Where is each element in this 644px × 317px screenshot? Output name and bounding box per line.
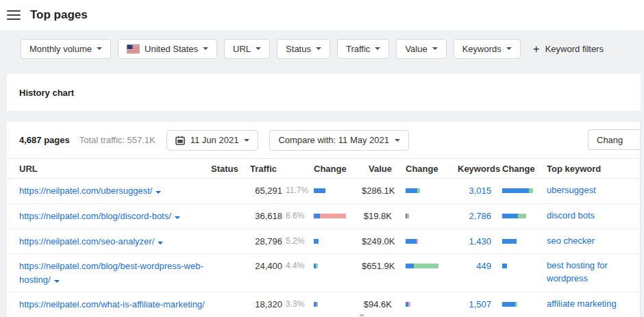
hamburger-menu-icon[interactable]: [7, 10, 21, 20]
top-keyword-link[interactable]: seo checker: [544, 235, 640, 248]
filter-monthly-volume[interactable]: Monthly volume: [21, 39, 111, 59]
chevron-down-icon: [158, 242, 163, 244]
column-header-status[interactable]: Status: [211, 164, 237, 174]
keywords-count-link[interactable]: 1,430: [458, 235, 495, 249]
chevron-down-icon: [316, 47, 321, 50]
chevron-down-icon: [97, 47, 102, 50]
value-change-bar: [396, 184, 458, 193]
top-keyword-link[interactable]: ubersuggest: [544, 184, 640, 197]
table-body: https://neilpatel.com/ubersuggest/ 65,29…: [7, 179, 640, 317]
changes-button[interactable]: Chang: [588, 129, 641, 150]
filter-traffic[interactable]: Traffic: [337, 39, 389, 59]
value-cell: $249.0K: [362, 235, 396, 249]
chevron-down-icon: [506, 47, 512, 50]
traffic-percent: 11.7%: [282, 184, 312, 198]
history-chart-card: History chart: [7, 74, 641, 111]
column-header-value[interactable]: Value: [362, 164, 396, 174]
column-header-value-change[interactable]: Change: [396, 164, 458, 174]
traffic-change-bar: [312, 259, 362, 268]
table-row: https://neilpatel.com/seo-analyzer/ 28,7…: [7, 229, 640, 255]
history-chart-title: History chart: [19, 88, 74, 98]
add-keyword-filters-button[interactable]: +Keyword filters: [533, 43, 604, 55]
table-header-row: URL Status Traffic Change Value Change K…: [7, 158, 640, 179]
column-header-traffic-change[interactable]: Change: [312, 164, 362, 174]
app-window: Top pages Monthly volumeUnited StatesURL…: [0, 0, 644, 317]
traffic-change-bar: [312, 235, 362, 244]
column-header-traffic[interactable]: Traffic: [237, 164, 312, 174]
keywords-count-link[interactable]: 1,507: [458, 298, 495, 312]
chevron-down-icon: [54, 280, 60, 283]
page-title: Top pages: [30, 8, 88, 22]
chevron-down-icon: [175, 216, 180, 219]
filter-label: Keywords: [462, 44, 501, 54]
keywords-change-bar: [495, 184, 544, 193]
us-flag-icon: [127, 45, 140, 53]
filter-label: Status: [286, 44, 311, 54]
traffic-percent: 4.4%: [282, 259, 312, 273]
filter-united-states[interactable]: United States: [118, 39, 217, 59]
column-header-keywords[interactable]: Keywords: [458, 164, 495, 174]
traffic-change-bar: [312, 298, 362, 307]
filter-value[interactable]: Value: [396, 39, 446, 59]
column-header-keywords-change[interactable]: Change: [495, 164, 544, 174]
table-row: https://neilpatel.com/what-is-affiliate-…: [7, 292, 640, 317]
results-toolbar: 4,687 pages Total traffic: 557.1K 11 Jun…: [7, 122, 640, 158]
plus-icon: +: [533, 43, 540, 55]
filter-label: United States: [145, 44, 198, 54]
chevron-down-icon: [395, 139, 400, 142]
filter-label: URL: [233, 44, 251, 54]
traffic-change-bar: [312, 210, 362, 218]
traffic-change-bar: [312, 184, 362, 193]
top-header: Top pages: [0, 0, 644, 30]
value-change-bar: [396, 298, 458, 307]
chevron-down-icon: [432, 47, 438, 50]
compare-with-button[interactable]: Compare with: 11 May 2021: [269, 130, 409, 151]
compare-with-label: Compare with: 11 May 2021: [278, 135, 389, 145]
column-header-top-keyword[interactable]: Top keyword: [544, 164, 640, 174]
top-keyword-link[interactable]: affiliate marketing: [544, 298, 640, 311]
value-change-bar: [396, 259, 458, 268]
filter-keywords[interactable]: Keywords: [454, 39, 521, 59]
page-background: Monthly volumeUnited StatesURLStatusTraf…: [0, 30, 644, 317]
changes-label: Chang: [597, 135, 623, 145]
column-header-url[interactable]: URL: [19, 164, 211, 174]
chevron-down-icon: [375, 47, 380, 50]
filter-url[interactable]: URL: [224, 39, 270, 59]
traffic-value: 18,320: [237, 298, 282, 312]
filter-bar: Monthly volumeUnited StatesURLStatusTraf…: [21, 38, 644, 59]
chevron-down-icon: [156, 191, 161, 194]
table-row: https://neilpatel.com/ubersuggest/ 65,29…: [7, 179, 640, 204]
keywords-change-bar: [495, 235, 544, 244]
keywords-count-link[interactable]: 3,015: [458, 184, 495, 198]
url-link[interactable]: https://neilpatel.com/blog/discord-bots/: [19, 210, 211, 223]
filter-status[interactable]: Status: [277, 39, 330, 59]
value-change-bar: [396, 235, 458, 244]
chevron-down-icon: [203, 47, 208, 50]
traffic-value: 65,291: [237, 184, 282, 198]
value-change-bar: [396, 210, 458, 218]
results-card: 4,687 pages Total traffic: 557.1K 11 Jun…: [7, 122, 641, 317]
chevron-down-icon: [256, 47, 261, 50]
url-link[interactable]: https://neilpatel.com/blog/best-wordpres…: [19, 259, 211, 286]
keywords-change-bar: [495, 298, 544, 307]
top-keyword-link[interactable]: best hosting for wordpress: [544, 259, 640, 286]
keywords-change-bar: [495, 210, 544, 218]
date-picker-button[interactable]: 11 Jun 2021: [166, 130, 259, 151]
url-link[interactable]: https://neilpatel.com/what-is-affiliate-…: [19, 298, 211, 317]
table-row: https://neilpatel.com/blog/discord-bots/…: [7, 204, 640, 229]
calendar-icon: [175, 136, 185, 145]
filter-label: Value: [405, 44, 427, 54]
url-link[interactable]: https://neilpatel.com/ubersuggest/: [19, 184, 211, 198]
traffic-value: 24,400: [237, 259, 282, 273]
date-picker-label: 11 Jun 2021: [190, 135, 239, 145]
url-link[interactable]: https://neilpatel.com/seo-analyzer/: [19, 235, 211, 249]
keywords-count-link[interactable]: 449: [458, 259, 495, 273]
top-keyword-link[interactable]: discord bots: [544, 210, 640, 223]
filter-label: Monthly volume: [29, 44, 92, 54]
value-cell: $651.9K: [362, 259, 396, 273]
keywords-change-bar: [495, 259, 544, 268]
total-traffic: Total traffic: 557.1K: [79, 135, 156, 145]
keywords-count-link[interactable]: 2,786: [458, 210, 495, 223]
traffic-value: 28,796: [237, 235, 282, 249]
bottom-partial-mark: [360, 314, 364, 316]
